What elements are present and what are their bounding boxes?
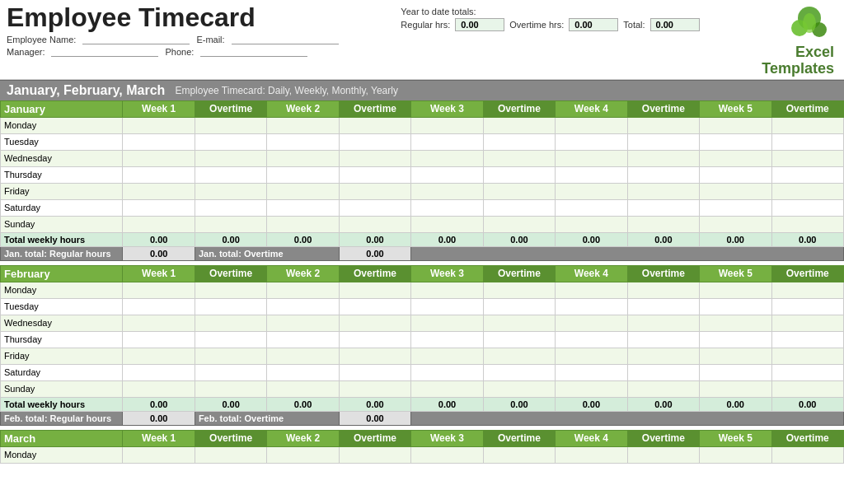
total-label: Total: xyxy=(623,20,645,30)
total-value: 0.00 xyxy=(650,18,700,31)
jan-mon-w1[interactable] xyxy=(123,117,195,133)
feb-week5-col: Week 5 xyxy=(700,265,771,282)
feb-total-label: Total weekly hours xyxy=(1,397,123,411)
ytd-section: Year to date totals: Regular hrs: 0.00 O… xyxy=(401,7,699,31)
feb-sunday-label: Sunday xyxy=(1,380,123,397)
feb-friday-row: Friday xyxy=(1,348,844,364)
ot5-col-header: Overtime xyxy=(771,100,843,117)
jan-mon-ot1[interactable] xyxy=(195,117,266,133)
jan-mon-w5[interactable] xyxy=(700,117,771,133)
logo: Excel Templates xyxy=(762,3,837,77)
week1-col-header: Week 1 xyxy=(123,100,195,117)
feb-total-weekly-row: Total weekly hours 0.00 0.00 0.00 0.00 0… xyxy=(1,397,844,411)
email-input[interactable] xyxy=(232,34,339,44)
feb-sunday-row: Sunday xyxy=(1,380,844,397)
jan-regular-label: Jan. total: Regular hours xyxy=(1,246,123,260)
jan-mon-ot4[interactable] xyxy=(627,117,699,133)
feb-friday-label: Friday xyxy=(1,348,123,364)
quarter-title: January, February, March xyxy=(7,83,165,98)
jan-total-ot2: 0.00 xyxy=(339,232,410,246)
feb-tuesday-label: Tuesday xyxy=(1,298,123,315)
mar-monday-row: Monday xyxy=(1,446,844,463)
mar-ot3-col: Overtime xyxy=(483,430,555,446)
march-header-row: March Week 1 Overtime Week 2 Overtime We… xyxy=(1,430,844,446)
phone-input[interactable] xyxy=(200,46,307,57)
ot4-col-header: Overtime xyxy=(627,100,699,117)
jan-total-label: Total weekly hours xyxy=(1,232,123,246)
jan-mon-ot2[interactable] xyxy=(339,117,410,133)
mar-monday-label: Monday xyxy=(1,446,123,463)
mar-week1-col: Week 1 xyxy=(123,430,195,446)
feb-tuesday-row: Tuesday xyxy=(1,298,844,315)
week5-col-header: Week 5 xyxy=(700,100,771,117)
march-header: March xyxy=(1,430,123,446)
jan-total-ot5: 0.00 xyxy=(771,232,843,246)
logo-templates-text: Templates xyxy=(762,61,834,77)
january-header-row: January Week 1 Overtime Week 2 Overtime … xyxy=(1,100,844,117)
ytd-row: Regular hrs: 0.00 Overtime hrs: 0.00 Tot… xyxy=(401,18,699,31)
employee-name-input[interactable] xyxy=(82,34,190,44)
feb-ot2-col: Overtime xyxy=(339,265,410,282)
mar-ot2-col: Overtime xyxy=(339,430,410,446)
jan-total-weekly-row: Total weekly hours 0.00 0.00 0.00 0.00 0… xyxy=(1,232,844,246)
employee-name-label: Employee Name: xyxy=(7,35,76,44)
feb-saturday-row: Saturday xyxy=(1,364,844,380)
feb-monday-label: Monday xyxy=(1,282,123,298)
jan-mon-w4[interactable] xyxy=(556,117,627,133)
jan-mon-ot3[interactable] xyxy=(483,117,555,133)
header: Employee Timecard Employee Name: E-mail:… xyxy=(0,0,844,80)
week3-col-header: Week 3 xyxy=(411,100,483,117)
jan-saturday-row: Saturday xyxy=(1,199,844,216)
jan-total-ot3: 0.00 xyxy=(483,232,555,246)
feb-week2-col: Week 2 xyxy=(267,265,339,282)
jan-friday-row: Friday xyxy=(1,183,844,199)
ytd-label: Year to date totals: xyxy=(401,7,699,16)
logo-excel-text: Excel xyxy=(762,44,834,61)
jan-thursday-label: Thursday xyxy=(1,166,123,183)
logo-icon xyxy=(785,3,834,44)
jan-regular-value: 0.00 xyxy=(123,246,195,260)
jan-total-ot1: 0.00 xyxy=(195,232,266,246)
feb-thursday-label: Thursday xyxy=(1,331,123,348)
feb-ot4-col: Overtime xyxy=(627,265,699,282)
feb-wednesday-row: Wednesday xyxy=(1,315,844,331)
quarter-banner: January, February, March Employee Timeca… xyxy=(0,80,844,100)
jan-mon-ot5[interactable] xyxy=(771,117,843,133)
mar-week3-col: Week 3 xyxy=(411,430,483,446)
jan-summary-row: Jan. total: Regular hours 0.00 Jan. tota… xyxy=(1,246,844,260)
header-fields: Employee Name: E-mail: Manager: Phone: xyxy=(7,34,339,57)
jan-monday-label: Monday xyxy=(1,117,123,133)
feb-week4-col: Week 4 xyxy=(556,265,627,282)
logo-text: Excel Templates xyxy=(762,44,834,77)
feb-ot-value: 0.00 xyxy=(339,411,410,425)
overtime-hrs-label: Overtime hrs: xyxy=(509,20,564,30)
mar-ot1-col: Overtime xyxy=(195,430,266,446)
feb-thursday-row: Thursday xyxy=(1,331,844,348)
jan-total-w2: 0.00 xyxy=(267,232,339,246)
feb-wednesday-label: Wednesday xyxy=(1,315,123,331)
manager-input[interactable] xyxy=(51,46,158,57)
jan-wednesday-label: Wednesday xyxy=(1,150,123,166)
mar-ot4-col: Overtime xyxy=(627,430,699,446)
regular-hrs-value: 0.00 xyxy=(455,18,504,31)
feb-ot1-col: Overtime xyxy=(195,265,266,282)
jan-monday-row: Monday xyxy=(1,117,844,133)
jan-tuesday-label: Tuesday xyxy=(1,133,123,150)
feb-monday-row: Monday xyxy=(1,282,844,298)
mar-week5-col: Week 5 xyxy=(700,430,771,446)
jan-total-w5: 0.00 xyxy=(700,232,771,246)
feb-week1-col: Week 1 xyxy=(123,265,195,282)
jan-saturday-label: Saturday xyxy=(1,199,123,216)
feb-regular-label: Feb. total: Regular hours xyxy=(1,411,123,425)
jan-friday-label: Friday xyxy=(1,183,123,199)
jan-total-w3: 0.00 xyxy=(411,232,483,246)
employee-row: Employee Name: E-mail: xyxy=(7,34,339,44)
feb-week3-col: Week 3 xyxy=(411,265,483,282)
overtime-hrs-value: 0.00 xyxy=(569,18,618,31)
feb-ot3-col: Overtime xyxy=(483,265,555,282)
jan-mon-w2[interactable] xyxy=(267,117,339,133)
jan-sunday-label: Sunday xyxy=(1,216,123,232)
jan-ot-label: Jan. total: Overtime xyxy=(195,246,339,260)
mar-week4-col: Week 4 xyxy=(556,430,627,446)
jan-mon-w3[interactable] xyxy=(411,117,483,133)
